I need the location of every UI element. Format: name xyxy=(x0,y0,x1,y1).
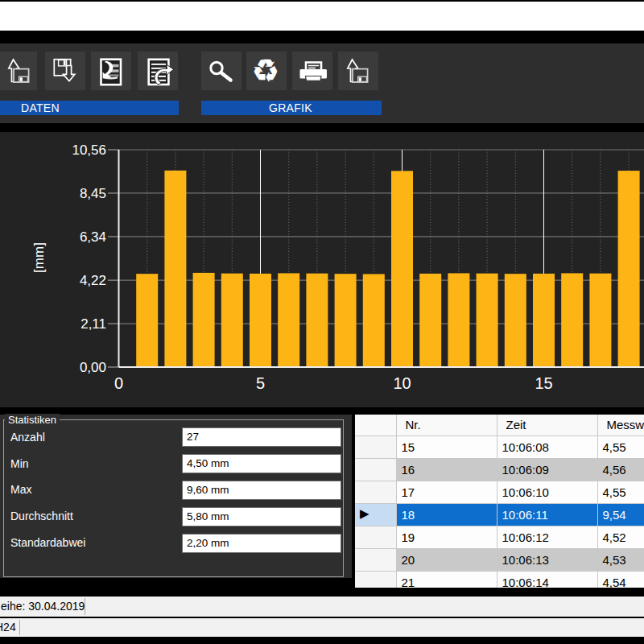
svg-text:4,22: 4,22 xyxy=(80,273,106,288)
svg-text:[mm]: [mm] xyxy=(31,242,47,273)
svg-text:6,34: 6,34 xyxy=(80,229,106,245)
svg-text:8,45: 8,45 xyxy=(80,186,106,201)
svg-text:15: 15 xyxy=(535,374,552,392)
svg-text:0,00: 0,00 xyxy=(80,360,106,375)
svg-text:2,11: 2,11 xyxy=(80,316,106,332)
svg-text:10,56: 10,56 xyxy=(72,142,106,158)
svg-text:5: 5 xyxy=(256,374,265,392)
svg-text:10: 10 xyxy=(393,374,411,392)
svg-text:0: 0 xyxy=(114,374,123,392)
